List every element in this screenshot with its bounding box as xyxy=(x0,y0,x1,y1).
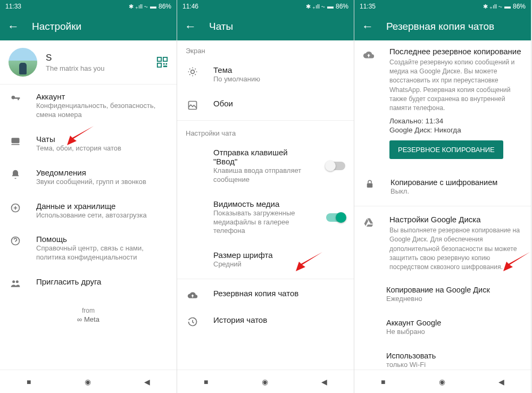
navbar: ■ ◉ ◀ xyxy=(177,370,354,393)
item-wallpaper[interactable]: Обои xyxy=(177,91,354,118)
nav-recents[interactable]: ■ xyxy=(27,378,31,386)
item-sub: Конфиденциальность, безопасность, смена … xyxy=(36,102,168,120)
from-label: from xyxy=(0,307,177,314)
item-media-visibility[interactable]: Видимость медиа Показывать загруженные м… xyxy=(177,192,354,244)
item-sub: Использование сети, автозагрузка xyxy=(36,211,168,220)
nav-home[interactable]: ◉ xyxy=(262,378,268,386)
item-sub: только Wi-Fi xyxy=(386,361,522,370)
meta-logo: ∞ Meta xyxy=(0,315,177,323)
nav-home[interactable]: ◉ xyxy=(85,378,91,386)
back-icon[interactable]: ← xyxy=(185,20,196,34)
item-sub: Показывать загруженные медиафайлы в гале… xyxy=(213,209,311,236)
settings-item-help[interactable]: Помощь Справочный центр, связь с нами, п… xyxy=(0,227,177,270)
item-sub: Ежедневно xyxy=(386,295,522,304)
settings-item-account[interactable]: Аккаунт Конфиденциальность, безопасность… xyxy=(0,85,177,127)
item-title: Уведомления xyxy=(36,168,168,177)
item-theme[interactable]: Тема По умолчанию xyxy=(177,58,354,91)
svg-point-12 xyxy=(191,70,195,74)
item-title: Тема xyxy=(213,65,345,74)
history-icon xyxy=(187,315,198,327)
back-icon[interactable]: ← xyxy=(362,20,373,34)
status-icons: ✱ ₊ıll ⏦ xyxy=(483,3,502,10)
gdrive-backup-time: Google Диск: Никогда xyxy=(389,126,522,134)
item-sub: По умолчанию xyxy=(213,75,345,84)
battery-pct: 86% xyxy=(513,3,526,10)
profile-status: The matrix has you xyxy=(46,64,148,72)
item-sub: Клавиша ввода отправляет сообщение xyxy=(213,166,311,185)
last-backup-block: Последнее резервное копирование Создайте… xyxy=(354,40,531,171)
theme-icon xyxy=(187,65,198,84)
item-sub: Не выбрано xyxy=(386,328,522,337)
item-title: Копирование на Google Диск xyxy=(386,286,522,294)
item-title: Аккаунт xyxy=(36,92,168,101)
settings-item-notifications[interactable]: Уведомления Звуки сообщений, групп и зво… xyxy=(0,161,177,194)
nav-back[interactable]: ◀ xyxy=(144,378,150,386)
section-chat-settings: Настройки чата xyxy=(177,123,354,140)
profile-name: S xyxy=(46,53,148,63)
drive-icon xyxy=(363,215,375,272)
item-title: Помощь xyxy=(36,235,168,244)
cloud-up-icon xyxy=(187,289,198,300)
page-title: Настройки xyxy=(32,21,81,32)
section-display: Экран xyxy=(177,40,354,58)
item-sub: Средний xyxy=(213,260,345,269)
page-title: Резервная копия чатов xyxy=(386,21,494,32)
settings-item-invite[interactable]: Пригласить друга xyxy=(0,270,177,296)
local-backup-time: Локально: 11:34 xyxy=(389,117,522,125)
item-google-account[interactable]: Аккаунт Google Не выбрано xyxy=(354,311,531,344)
nav-back[interactable]: ◀ xyxy=(498,378,504,386)
battery-icon: ▬ xyxy=(327,3,334,10)
wallpaper-icon xyxy=(187,99,198,111)
settings-item-data[interactable]: Данные и хранилище Использование сети, а… xyxy=(0,194,177,228)
qr-icon[interactable] xyxy=(156,56,168,68)
toggle-enter-send[interactable] xyxy=(326,162,345,170)
footer-brand: from ∞ Meta xyxy=(0,296,177,334)
svg-rect-5 xyxy=(163,65,167,67)
chats-icon xyxy=(10,135,21,153)
nav-home[interactable]: ◉ xyxy=(439,378,445,386)
svg-rect-6 xyxy=(12,138,20,143)
back-icon[interactable]: ← xyxy=(7,20,19,34)
drive-settings-title: Настройки Google Диска xyxy=(389,215,522,224)
item-encrypted-backup[interactable]: Копирование с шифрованием Выкл. xyxy=(354,171,531,204)
nav-recents[interactable]: ■ xyxy=(381,378,385,386)
last-backup-desc: Создайте резервную копию сообщений и мед… xyxy=(389,58,522,113)
item-title: История чатов xyxy=(213,315,345,324)
status-time: 11:35 xyxy=(360,3,376,10)
key-icon xyxy=(10,92,21,120)
item-backup-to-drive[interactable]: Копирование на Google Диск Ежедневно xyxy=(354,278,531,311)
navbar: ■ ◉ ◀ xyxy=(354,370,531,393)
profile-row[interactable]: S The matrix has you xyxy=(0,40,177,85)
cloud-up-icon xyxy=(363,47,375,164)
avatar xyxy=(9,48,37,77)
item-sub: Выкл. xyxy=(390,187,522,196)
item-title: Пригласить друга xyxy=(36,277,168,286)
toggle-media-visibility[interactable] xyxy=(326,213,345,222)
backup-button[interactable]: РЕЗЕРВНОЕ КОПИРОВАНИЕ xyxy=(389,140,503,159)
item-sub: Тема, обои, история чатов xyxy=(36,144,168,153)
item-sub: Звуки сообщений, групп и звонков xyxy=(36,178,168,187)
svg-rect-0 xyxy=(157,57,161,61)
header: ← Резервная копия чатов xyxy=(354,13,531,40)
item-title: Обои xyxy=(213,99,345,108)
item-enter-send[interactable]: Отправка клавишей "Ввод" Клавиша ввода о… xyxy=(177,140,354,192)
header: ← Настройки xyxy=(0,13,177,40)
item-title: Чаты xyxy=(36,135,168,144)
svg-rect-3 xyxy=(163,63,165,65)
people-icon xyxy=(10,277,21,289)
nav-back[interactable]: ◀ xyxy=(321,378,327,386)
item-chat-backup[interactable]: Резервная копия чатов xyxy=(177,281,354,308)
svg-rect-1 xyxy=(163,57,167,61)
status-icons: ✱ ₊ıll ⏦ xyxy=(129,3,148,10)
item-sub: Справочный центр, связь с нами, политика… xyxy=(36,244,168,262)
item-backup-over[interactable]: Использовать только Wi-Fi xyxy=(354,344,531,370)
settings-item-chats[interactable]: Чаты Тема, обои, история чатов xyxy=(0,127,177,161)
item-chat-history[interactable]: История чатов xyxy=(177,308,354,335)
battery-pct: 86% xyxy=(159,3,171,10)
help-icon xyxy=(10,235,21,262)
nav-recents[interactable]: ■ xyxy=(204,378,208,386)
item-title: Данные и хранилище xyxy=(36,202,168,211)
item-font-size[interactable]: Размер шрифта Средний xyxy=(177,243,354,277)
battery-icon: ▬ xyxy=(150,3,156,10)
status-bar: 11:33 ✱ ₊ıll ⏦ ▬ 86% xyxy=(0,0,177,13)
